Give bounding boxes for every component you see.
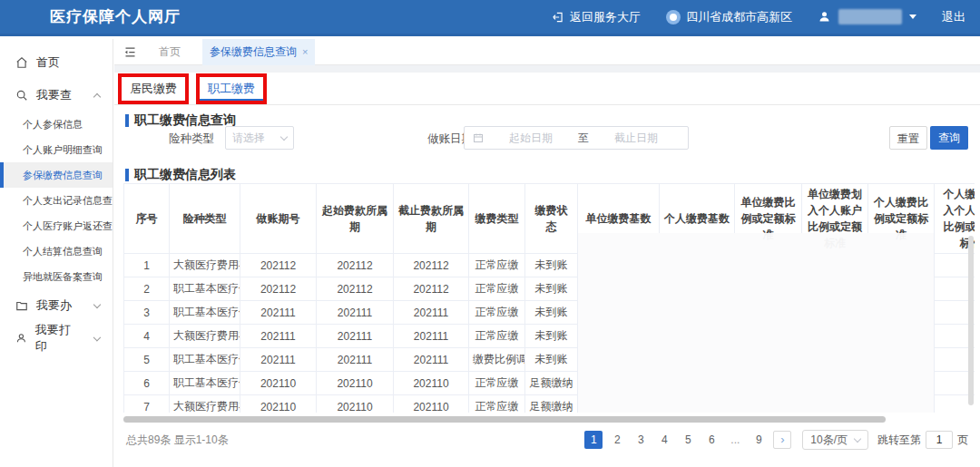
column-header: 险种类型 [170, 184, 240, 254]
sidebar-item-label: 我要办 [36, 297, 72, 314]
sidebar-item-home[interactable]: 首页 [0, 46, 113, 79]
payment-table-wrap: 序号险种类型做账期号起始费款所属期截止费款所属期缴费类型缴费状态单位缴费基数个人… [123, 183, 975, 413]
sidebar-subitem[interactable]: 个人医疗账户返还查询 [0, 213, 113, 238]
region-selector[interactable]: 四川省成都市高新区 [666, 9, 792, 25]
pagination-ellipsis: ... [726, 431, 744, 449]
column-header: 起始费款所属期 [317, 184, 394, 254]
app-title: 医疗保障个人网厅 [50, 6, 181, 27]
region-label: 四川省成都市高新区 [686, 9, 792, 25]
table-cell: 202110 [317, 395, 394, 413]
table-cell: 4 [124, 325, 170, 348]
tab-contribution-query[interactable]: 参保缴费信息查询× [202, 39, 315, 65]
table-cell: 正常应缴 [469, 277, 525, 301]
page-number-3[interactable]: 3 [632, 431, 650, 449]
pagination: 123456...9 › 10条/页 跳转至第 页 [584, 430, 968, 450]
table-cell: 202112 [317, 254, 394, 277]
table-cell: 202111 [240, 301, 317, 325]
date-range-picker[interactable]: 起始日期 至 截止日期 [464, 126, 689, 150]
sidebar-item-print[interactable]: 我要打印 [0, 322, 113, 355]
user-icon [818, 10, 831, 24]
start-date-placeholder: 起始日期 [487, 131, 574, 146]
tab-resident-payment[interactable]: 居民缴费 [122, 77, 185, 101]
chevron-down-icon [93, 300, 101, 307]
table-cell: 5 [124, 348, 170, 372]
tab-home[interactable]: 首页 [152, 39, 188, 65]
table-cell: 202111 [317, 325, 394, 348]
table-cell: 202110 [394, 395, 469, 413]
sidebar-subitem[interactable]: 异地就医备案查询 [0, 264, 113, 289]
table-cell: 202110 [240, 372, 317, 395]
return-service-hall-link[interactable]: 返回服务大厅 [552, 9, 641, 25]
page-number-6[interactable]: 6 [702, 431, 720, 449]
page-number-4[interactable]: 4 [655, 431, 673, 449]
jump-prefix-label: 跳转至第 [877, 433, 921, 448]
return-hall-label: 返回服务大厅 [570, 9, 641, 25]
sidebar-subitem[interactable]: 个人结算信息查询 [0, 238, 113, 264]
sidebar-item-label: 我要打印 [35, 322, 79, 355]
table-cell: 未到账 [525, 254, 578, 277]
table-cell: 202111 [240, 325, 317, 348]
horizontal-scrollbar[interactable] [123, 416, 886, 423]
column-header: 截止费款所属期 [394, 184, 469, 254]
chevron-down-icon [93, 333, 101, 340]
jump-page-input[interactable] [926, 431, 953, 449]
table-cell: 202112 [317, 277, 394, 301]
next-page-button[interactable]: › [773, 431, 791, 449]
table-cell: 202110 [240, 395, 317, 413]
table-cell: 202110 [394, 372, 469, 395]
table-cell: 缴费比例调... [469, 348, 525, 372]
search-button[interactable]: 查询 [930, 126, 968, 150]
column-header: 做账期号 [240, 184, 317, 254]
table-cell: 202111 [317, 301, 394, 325]
table-cell: 6 [124, 372, 170, 395]
logout-button[interactable]: 退出 [942, 9, 965, 25]
sidebar-subitem[interactable]: 个人参保信息 [0, 112, 113, 137]
table-cell: 202111 [394, 348, 469, 372]
insurance-type-label: 险种类型 [169, 131, 214, 147]
home-icon [15, 56, 28, 69]
sidebar-item-handle[interactable]: 我要办 [0, 289, 113, 322]
list-section-title: 职工缴费信息列表 [125, 167, 236, 183]
sidebar-subitem[interactable]: 个人账户明细查询 [0, 137, 113, 162]
user-menu[interactable] [818, 9, 916, 24]
reset-button[interactable]: 重置 [889, 126, 927, 150]
sidebar-item-query[interactable]: 我要查 [0, 79, 113, 112]
column-header: 缴费状态 [525, 184, 578, 254]
chevron-down-icon [280, 132, 288, 140]
table-cell: 足额缴纳 [525, 395, 578, 413]
calendar-icon [473, 132, 484, 143]
insurance-type-select[interactable]: 请选择 [225, 126, 294, 150]
table-cell: 正常应缴 [469, 395, 525, 413]
page-number-1[interactable]: 1 [584, 431, 603, 449]
table-cell: 202112 [394, 254, 469, 277]
page-number-5[interactable]: 5 [679, 431, 697, 449]
select-placeholder: 请选择 [232, 131, 265, 146]
page-tab-bar: 首页 参保缴费信息查询× [114, 39, 980, 65]
jump-to-page: 跳转至第 页 [877, 431, 968, 449]
table-cell: 职工基本医疗保险 [170, 348, 240, 372]
date-to-label: 至 [578, 131, 589, 146]
end-date-placeholder: 截止日期 [593, 131, 680, 146]
table-cell: 大额医疗费用补助 [170, 325, 240, 348]
tab-employee-payment[interactable]: 职工缴费 [200, 77, 263, 101]
top-header: 医疗保障个人网厅 返回服务大厅 四川省成都市高新区 退出 [0, 0, 980, 36]
sidebar-subitem[interactable]: 个人支出记录信息查询 [0, 188, 113, 213]
page-number-9[interactable]: 9 [750, 431, 768, 449]
table-cell: 202111 [394, 301, 469, 325]
vertical-scrollbar[interactable] [968, 236, 974, 405]
sidebar-subitem[interactable]: 参保缴费信息查询 [0, 162, 113, 188]
page-size-select[interactable]: 10条/页 [802, 430, 868, 450]
chevron-down-icon [854, 434, 861, 442]
table-cell: 202112 [240, 277, 317, 301]
person-icon [15, 332, 27, 345]
annotation-box-employee: 职工缴费 [196, 73, 267, 104]
close-icon[interactable]: × [302, 46, 308, 57]
page-number-2[interactable]: 2 [608, 431, 626, 449]
content-panel: 居民缴费 职工缴费 职工缴费信息查询 险种类型 请选择 做账日期 起始日期 至 … [114, 73, 980, 467]
table-cell: 未到账 [525, 301, 578, 325]
main-area: 首页 参保缴费信息查询× 居民缴费 职工缴费 职工缴费信息查询 险种类型 请选择… [114, 39, 980, 467]
section-bar-icon [125, 169, 129, 181]
payment-type-tabs: 居民缴费 职工缴费 [114, 73, 980, 105]
table-cell: 2 [124, 277, 170, 301]
menu-fold-icon[interactable] [123, 45, 137, 59]
